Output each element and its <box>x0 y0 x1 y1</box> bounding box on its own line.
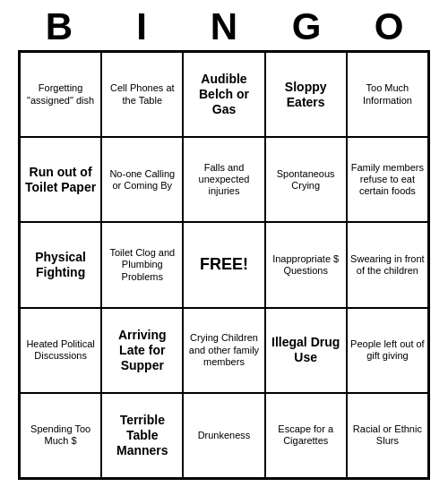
bingo-cell-3: Sloppy Eaters <box>265 52 347 137</box>
bingo-cell-14: Swearing in front of the children <box>347 222 428 307</box>
bingo-cell-7: Falls and unexpected injuries <box>183 137 264 222</box>
bingo-cell-4: Too Much Information <box>347 52 428 137</box>
bingo-cell-17: Crying Children and other family members <box>183 308 264 393</box>
bingo-cell-19: People left out of gift giving <box>347 308 428 393</box>
bingo-cell-5: Run out of Toilet Paper <box>20 137 101 222</box>
bingo-cell-20: Spending Too Much $ <box>20 393 101 478</box>
bingo-cell-9: Family members refuse to eat certain foo… <box>347 137 428 222</box>
bingo-cell-12: FREE! <box>183 222 264 307</box>
bingo-letter-B: B <box>20 5 99 48</box>
bingo-grid: Forgetting "assigned" dishCell Phones at… <box>18 50 430 480</box>
bingo-cell-23: Escape for a Cigarettes <box>265 393 347 478</box>
bingo-cell-2: Audible Belch or Gas <box>183 52 264 137</box>
bingo-cell-24: Racial or Ethnic Slurs <box>347 393 428 478</box>
bingo-cell-13: Inappropriate $ Questions <box>265 222 347 307</box>
bingo-cell-6: No-one Calling or Coming By <box>101 137 183 222</box>
bingo-cell-22: Drunkeness <box>183 393 264 478</box>
bingo-header: BINGO <box>18 0 430 50</box>
bingo-letter-G: G <box>267 5 346 48</box>
bingo-letter-N: N <box>185 5 263 48</box>
bingo-cell-1: Cell Phones at the Table <box>101 52 183 137</box>
bingo-letter-I: I <box>102 5 181 48</box>
bingo-cell-18: Illegal Drug Use <box>265 308 347 393</box>
bingo-cell-11: Toilet Clog and Plumbing Problems <box>101 222 183 307</box>
bingo-cell-16: Arriving Late for Supper <box>101 308 183 393</box>
bingo-letter-O: O <box>349 5 428 48</box>
bingo-cell-15: Heated Political Discussions <box>20 308 101 393</box>
bingo-cell-8: Spontaneous Crying <box>265 137 347 222</box>
bingo-cell-21: Terrible Table Manners <box>101 393 183 478</box>
bingo-cell-10: Physical Fighting <box>20 222 101 307</box>
bingo-cell-0: Forgetting "assigned" dish <box>20 52 101 137</box>
